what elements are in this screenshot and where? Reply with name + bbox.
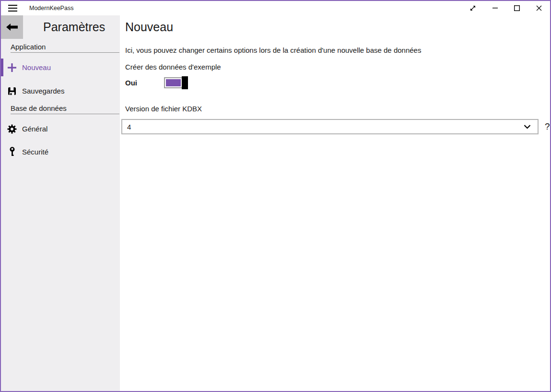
maximize-button[interactable] xyxy=(506,1,528,15)
close-icon xyxy=(536,5,542,11)
kdbx-version-row: 4 ? xyxy=(121,119,550,134)
app-title: ModernKeePass xyxy=(29,5,73,12)
kdbx-version-label: Version de fichier KDBX xyxy=(125,105,550,113)
settings-title: Paramètres xyxy=(43,20,105,34)
sidebar-item-label: Nouveau xyxy=(22,63,51,71)
sidebar-item-nouveau[interactable]: Nouveau xyxy=(1,59,120,76)
minimize-icon xyxy=(492,8,498,9)
dropdown-selected-value: 4 xyxy=(127,123,131,131)
maximize-icon xyxy=(514,5,520,11)
page-title: Nouveau xyxy=(125,19,550,35)
toggle-fill xyxy=(166,79,181,86)
gear-icon xyxy=(7,124,17,134)
page-description: Ici, vous pouvez changer certains option… xyxy=(125,46,550,55)
toggle-knob[interactable] xyxy=(182,76,188,89)
back-button[interactable] xyxy=(1,15,23,39)
sidebar-item-label: Sauvegardes xyxy=(22,87,64,95)
back-arrow-icon xyxy=(6,23,18,31)
section-base-de-donnees: Base de données xyxy=(11,104,119,114)
window-controls xyxy=(462,1,550,15)
close-button[interactable] xyxy=(528,1,550,15)
sidebar-item-general[interactable]: Général xyxy=(1,120,120,138)
toggle-state-label: Oui xyxy=(125,79,164,87)
settings-sidebar: Paramètres Application Nouveau xyxy=(1,15,120,391)
minimize-button[interactable] xyxy=(484,1,506,15)
sidebar-item-label: Général xyxy=(22,125,47,133)
sample-data-toggle-row: Oui xyxy=(125,77,550,88)
chevron-down-icon xyxy=(524,125,531,129)
plus-icon xyxy=(7,63,17,72)
sample-data-toggle[interactable] xyxy=(164,77,188,88)
key-icon xyxy=(7,147,17,157)
titlebar: ModernKeePass xyxy=(1,1,550,15)
fullscreen-button[interactable] xyxy=(462,1,484,15)
sidebar-item-securite[interactable]: Sécurité xyxy=(1,143,120,161)
sidebar-item-label: Sécurité xyxy=(22,148,48,156)
section-application: Application xyxy=(11,43,119,53)
help-button[interactable]: ? xyxy=(545,122,550,131)
hamburger-menu-button[interactable] xyxy=(1,1,24,15)
settings-content: Nouveau Ici, vous pouvez changer certain… xyxy=(120,15,550,391)
fullscreen-icon xyxy=(469,5,476,12)
selection-indicator xyxy=(1,59,3,76)
hamburger-icon xyxy=(8,4,17,12)
app-window: ModernKeePass xyxy=(0,0,551,392)
kdbx-version-dropdown[interactable]: 4 xyxy=(121,119,539,134)
sample-data-label: Créer des données d'exemple xyxy=(125,63,550,71)
save-icon xyxy=(7,87,17,95)
sidebar-item-sauvegardes[interactable]: Sauvegardes xyxy=(1,82,120,100)
